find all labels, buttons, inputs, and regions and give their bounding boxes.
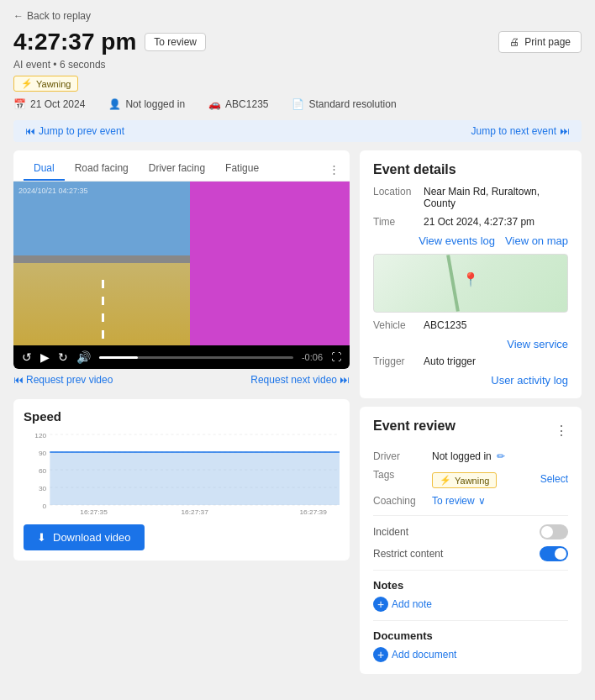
time-display: -0:06 — [302, 352, 323, 362]
location-label: Location — [373, 186, 424, 209]
person-icon: 👤 — [108, 98, 121, 110]
svg-text:16:27:39: 16:27:39 — [299, 508, 327, 514]
fast-forward-button[interactable]: ↻ — [58, 350, 68, 364]
event-review-title: Event review — [373, 418, 455, 434]
jump-prev-link[interactable]: ⏮ Jump to prev event — [25, 125, 124, 137]
meta-driver: 👤 Not logged in — [108, 98, 185, 110]
view-service-link[interactable]: View service — [507, 338, 568, 350]
volume-button[interactable]: 🔊 — [76, 350, 91, 364]
calendar-icon: 📅 — [13, 98, 26, 110]
time-value: 21 Oct 2024, 4:27:37 pm — [424, 216, 568, 228]
incident-label: Incident — [373, 526, 540, 538]
road-line — [102, 280, 104, 345]
map-road — [446, 255, 460, 312]
yawning-tag: ⚡ Yawning — [13, 76, 78, 92]
driver-value: Not logged in — [432, 450, 492, 462]
toggle-thumb — [541, 526, 553, 538]
prev-arrow-icon: ⏮ — [25, 125, 35, 137]
user-activity-log-link[interactable]: User activity log — [491, 374, 568, 387]
prev-video-icon: ⏮ — [13, 374, 24, 386]
select-tags-link[interactable]: Select — [540, 473, 568, 485]
vehicle-label: Vehicle — [373, 319, 424, 331]
driver-facing-view — [190, 182, 350, 345]
add-note-icon: + — [373, 597, 388, 612]
print-icon: 🖨 — [509, 36, 519, 48]
restrict-label: Restrict content — [373, 548, 540, 560]
speed-chart: 120 90 60 30 0 16:27:35 16:27:37 16:27:3… — [24, 430, 340, 514]
trigger-value: Auto trigger — [424, 355, 568, 367]
back-link[interactable]: ← Back to replay — [13, 10, 582, 22]
edit-driver-icon[interactable]: ✏ — [497, 450, 505, 462]
next-arrow-icon: ⏭ — [560, 125, 570, 137]
tags-label: Tags — [373, 469, 432, 481]
jump-next-link[interactable]: Jump to next event ⏭ — [471, 125, 570, 137]
tag-star-icon: ⚡ — [440, 475, 451, 486]
add-document-button[interactable]: + Add document — [373, 647, 568, 662]
trigger-label: Trigger — [373, 355, 424, 367]
svg-text:30: 30 — [39, 485, 47, 492]
view-on-map-link[interactable]: View on map — [505, 234, 568, 247]
driver-label: Driver — [373, 450, 432, 462]
documents-title: Documents — [373, 629, 568, 642]
svg-text:16:27:35: 16:27:35 — [80, 508, 108, 514]
request-prev-video-link[interactable]: ⏮ Request prev video — [13, 374, 113, 386]
svg-text:90: 90 — [39, 450, 47, 457]
car-icon: 🚗 — [208, 98, 221, 110]
status-badge: To review — [145, 33, 206, 51]
svg-marker-10 — [50, 452, 340, 505]
incident-toggle[interactable] — [540, 524, 568, 539]
more-options-icon[interactable]: ⋮ — [329, 163, 340, 176]
video-progress-bar[interactable] — [99, 356, 293, 359]
video-timestamp: 2024/10/21 04:27:35 — [18, 187, 88, 195]
restrict-value: 5 — [560, 550, 565, 559]
request-next-video-link[interactable]: Request next video ⏭ — [250, 374, 350, 386]
review-more-icon[interactable]: ⋮ — [555, 423, 568, 439]
tab-driver-facing[interactable]: Driver facing — [139, 157, 215, 181]
tab-fatigue[interactable]: Fatigue — [215, 157, 269, 181]
rewind-button[interactable]: ↺ — [22, 350, 32, 364]
vehicle-value: ABC1235 — [424, 319, 568, 331]
play-button[interactable]: ▶ — [40, 350, 50, 364]
road-facing-view — [13, 182, 190, 345]
speed-chart-title: Speed — [24, 409, 340, 424]
add-note-button[interactable]: + Add note — [373, 597, 568, 612]
fullscreen-button[interactable]: ⛶ — [331, 351, 341, 363]
event-details-title: Event details — [373, 162, 568, 177]
progress-fill — [99, 356, 138, 359]
resolution-icon: 📄 — [292, 98, 304, 110]
back-link-label: Back to replay — [27, 10, 91, 22]
page-title: 4:27:37 pm — [13, 29, 136, 55]
coaching-label: Coaching — [373, 495, 432, 507]
back-arrow-icon: ← — [13, 10, 24, 22]
next-video-icon: ⏭ — [340, 374, 350, 386]
add-document-icon: + — [373, 647, 388, 662]
meta-vehicle: 🚗 ABC1235 — [208, 98, 268, 110]
location-value: Near Main Rd, Ruraltown, County — [424, 186, 568, 209]
svg-text:0: 0 — [43, 503, 47, 510]
restrict-toggle[interactable]: 5 — [540, 546, 568, 561]
download-video-button[interactable]: ⬇ Download video — [24, 524, 145, 550]
map-preview[interactable]: 📍 — [373, 254, 568, 313]
view-events-log-link[interactable]: View events log — [419, 234, 495, 247]
notes-title: Notes — [373, 579, 568, 592]
tab-dual[interactable]: Dual — [24, 157, 65, 181]
meta-resolution: 📄 Standard resolution — [292, 98, 396, 110]
print-button[interactable]: 🖨 Print page — [498, 31, 582, 53]
download-icon: ⬇ — [37, 531, 46, 544]
svg-text:60: 60 — [39, 467, 47, 475]
meta-date: 📅 21 Oct 2024 — [13, 98, 85, 110]
ai-event-label: AI event • 6 seconds — [13, 59, 582, 71]
tab-road-facing[interactable]: Road facing — [65, 157, 139, 181]
time-label: Time — [373, 216, 424, 228]
tag-yawning: ⚡ Yawning — [432, 472, 497, 488]
chevron-down-icon: ∨ — [478, 495, 486, 507]
map-pin-icon: 📍 — [462, 271, 479, 287]
video-player: 2024/10/21 04:27:35 — [13, 182, 350, 345]
coaching-value-link[interactable]: To review ∨ — [432, 495, 568, 507]
svg-text:120: 120 — [34, 432, 46, 439]
tag-icon: ⚡ — [21, 78, 33, 89]
svg-text:16:27:37: 16:27:37 — [181, 508, 208, 514]
